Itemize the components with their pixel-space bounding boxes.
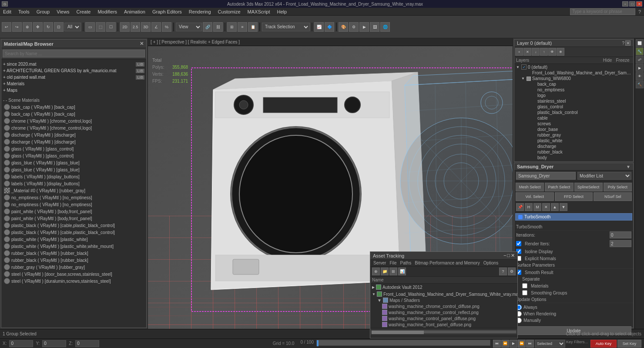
undo-btn[interactable]: ↩ [2,22,11,32]
asset-scrollbar-thumb[interactable] [372,331,424,334]
vol-select-btn[interactable]: Vol. Select [516,192,554,201]
mirror-btn[interactable]: ⊞ [227,22,237,32]
layers-hide-all[interactable]: 👁 [548,48,556,56]
turbosmooth-item[interactable]: TurboSmooth [515,213,632,221]
asset-settings-btn[interactable]: ⚙ [508,268,516,275]
window-controls[interactable]: − □ ✕ [622,1,642,7]
patch-select-btn[interactable]: Patch Select [545,183,573,191]
mat-tree-item-maps[interactable]: + Maps [3,87,144,94]
mat-list-item[interactable]: chrome ( VRayMtl ) [chrome_control,logo] [3,117,144,124]
mat-list-item[interactable]: plastic_black ( VRayMtl ) [cable,plastic… [3,222,144,229]
menu-maxscript[interactable]: MAXScript [246,9,272,14]
asset-file-chrome-diffuse[interactable]: washing_machine_chrome_control_diffuse.p… [372,303,516,309]
set-key-btn[interactable]: Set Key [617,340,641,348]
unlink-btn[interactable]: ⛓ [213,22,223,32]
asset-menu-options[interactable]: Options [482,261,500,265]
rotate-btn[interactable]: ↻ [44,22,53,32]
mat-list-item[interactable]: steel ( VRayMtl ) [door_base,screws,stai… [3,271,144,278]
scene-mat-header[interactable]: - Scene Materials [3,97,144,104]
mod-icon-pin[interactable]: 📌 [516,203,524,211]
play-btn[interactable]: ▶ [510,340,517,348]
snap-2d[interactable]: 2D [120,22,130,32]
asset-file-front-diffuse[interactable]: washing_machine_front_panel_diffuse.png [372,321,516,328]
layer-item[interactable]: front_panel [514,161,633,161]
next-key-btn[interactable]: ⏩ [518,340,526,348]
layer-item[interactable]: rubber_black [514,149,633,155]
asset-file-control-diffuse[interactable]: washing_machine_control_panel_diffuse.pn… [372,315,516,321]
x-coord-input[interactable] [9,340,33,347]
keyword-search[interactable] [570,8,635,15]
auto-key-btn[interactable]: Auto Key [590,340,617,348]
select-btn[interactable]: ⊕ [23,22,32,32]
mat-tree-item[interactable]: + since 2020.mat LIB [3,61,144,67]
mat-browser-close[interactable]: ✕ [140,41,144,47]
asset-menu-paths[interactable]: Paths [399,261,413,265]
mod-icon-m[interactable]: M [533,203,541,211]
align-btn[interactable]: ≡ [238,22,247,32]
mat-list-item[interactable]: discharge ( VRayMtl ) [discharge] [3,131,144,138]
mat-list-item[interactable]: steel ( VRayMtl ) [duralumin,screws,stai… [3,278,144,284]
mat-list-item[interactable]: _Material #0 ( VRayMtl ) [rubber_gray] [3,187,144,194]
mat-list-item[interactable]: rubber_black ( VRayMtl ) [rubber_black] [3,257,144,264]
mat-list-item[interactable]: glass ( VRayMtl ) [glass_control] [3,152,144,159]
render-setup[interactable]: ⚙ [349,22,359,32]
layer-item[interactable]: cable [514,115,633,121]
mat-list-item[interactable]: labels ( VRayMtl ) [display_buttons] [3,173,144,180]
mat-list-item[interactable]: labels ( VRayMtl ) [display_buttons] [3,180,144,187]
help-icon[interactable]: ? [637,9,642,14]
asset-minimize-btn[interactable]: − [503,253,506,258]
layer-item[interactable]: glass_control [514,104,633,110]
close-btn[interactable]: ✕ [636,1,642,7]
menu-animation[interactable]: Animation [123,9,147,14]
render-frame[interactable]: 🖼 [370,22,379,32]
ffd-select-btn[interactable]: FFD Select [555,192,593,201]
mat-list-item[interactable]: chrome ( VRayMtl ) [chrome_control,logo] [3,124,144,131]
select-object[interactable]: ⬚ [96,22,105,32]
mat-list-item[interactable]: glass_blue ( VRayMtl ) [glass_blue] [3,166,144,173]
mat-list-item[interactable]: paint_white ( VRayMtl ) [body,front_pane… [3,208,144,215]
z-coord-input[interactable] [75,340,99,347]
smoothing-groups-checkbox[interactable] [522,290,527,295]
mat-list-item[interactable]: paint_white ( VRayMtl ) [body,front_pane… [3,215,144,222]
asset-btn-1[interactable]: ⊕ [372,268,380,275]
utilities-icon[interactable]: 🔨 [636,80,644,88]
redo-btn[interactable]: ↪ [12,22,22,32]
asset-file-chrome-reflect[interactable]: washing_machine_chrome_control_reflect.p… [372,309,516,315]
asset-help-btn[interactable]: ? [499,268,507,275]
asset-group-vault-title[interactable]: ▶ Autodesk Vault 2012 [372,284,516,290]
mat-list-item[interactable]: discharge ( VRayMtl ) [discharge] [3,138,144,145]
layers-new[interactable]: + [515,48,523,56]
mat-list-item[interactable]: glass ( VRayMtl ) [glass_control] [3,145,144,152]
layer-item[interactable]: Front_Load_Washing_Machine_and_Dryer_Sam… [514,70,633,76]
poly-select-btn[interactable]: Poly Select [604,183,632,191]
manage-layers[interactable]: 📋 [248,22,258,32]
prev-key-btn[interactable]: ⏪ [501,340,509,348]
asset-maps-folder[interactable]: ▼ Maps / Shaders [372,297,516,303]
mat-tree-item-arch[interactable]: + ARCHITECTURAL GREEN GRASS by ark_mauri… [3,67,144,74]
filter-dropdown[interactable]: All [64,23,81,31]
quick-render[interactable]: ▶ [359,22,369,32]
render-iters-checkbox[interactable] [516,241,521,246]
modifier-list-dropdown[interactable]: Modifier List [577,172,631,180]
menu-modifiers[interactable]: Modifiers [96,9,118,14]
menu-create[interactable]: Create [75,9,92,14]
modify-icon[interactable]: 🔧 [636,47,644,55]
environment[interactable]: 🌐 [380,22,390,32]
layer-item[interactable]: ▼Samsung_WW6800 [514,76,633,81]
asset-maximize-btn[interactable]: □ [507,253,510,258]
asset-scrollbar[interactable] [371,330,517,334]
mesh-select-btn[interactable]: Mesh Select [516,183,544,191]
materials-checkbox[interactable] [522,283,527,288]
iterations-input[interactable] [610,231,631,238]
asset-close-btn[interactable]: ✕ [511,253,515,258]
display-icon[interactable]: 👁 [636,72,644,80]
angle-snap[interactable]: ∠ [151,22,161,32]
mat-list-item[interactable]: rubber_black ( VRayMtl ) [rubber_black] [3,250,144,257]
mat-tree-item-mats[interactable]: + Materials [3,80,144,87]
mat-list-item[interactable]: back_cap ( VRayMtl ) [back_cap] [3,110,144,117]
asset-win-controls[interactable]: − □ ✕ [503,253,515,258]
mod-icon-up[interactable]: ▲ [551,203,559,211]
layer-item[interactable]: screws [514,121,633,127]
layers-close[interactable]: ✕ [625,40,631,46]
layer-item[interactable]: door_base [514,127,633,132]
